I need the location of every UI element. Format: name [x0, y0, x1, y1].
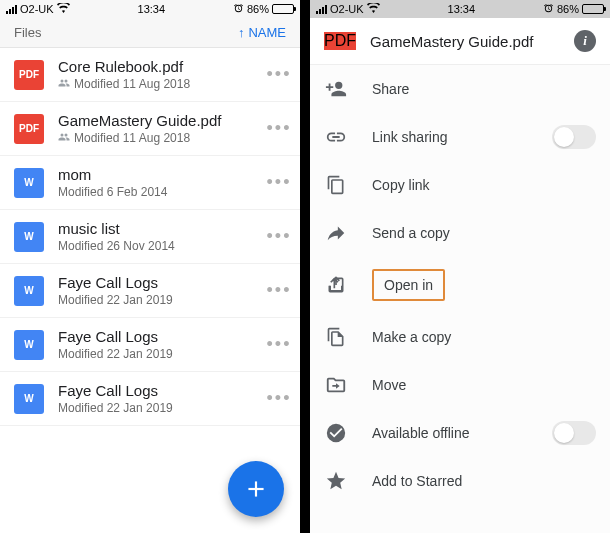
signal-icon [6, 5, 17, 14]
make-copy-label: Make a copy [372, 329, 596, 345]
move-label: Move [372, 377, 596, 393]
file-subtitle: Modified 22 Jan 2019 [58, 401, 262, 415]
link-sharing-item[interactable]: Link sharing [310, 113, 610, 161]
more-button[interactable]: ••• [262, 118, 296, 139]
file-title: music list [58, 220, 262, 237]
clock-label: 13:34 [380, 3, 543, 15]
arrow-up-icon: ↑ [238, 25, 245, 40]
file-row[interactable]: Wmusic listModified 26 Nov 2014••• [0, 210, 300, 264]
more-button[interactable]: ••• [262, 388, 296, 409]
doc-icon: W [14, 330, 44, 360]
battery-icon [582, 4, 604, 14]
more-button[interactable]: ••• [262, 172, 296, 193]
pdf-icon: PDF [324, 32, 356, 50]
battery-percent: 86% [247, 3, 269, 15]
send-icon [324, 221, 348, 245]
file-actions-screen: O2-UK 13:34 86% PDF GameMastery Guide.pd… [310, 0, 610, 533]
send-copy-label: Send a copy [372, 225, 596, 241]
open-in-label: Open in [372, 269, 445, 301]
open-in-icon [324, 273, 348, 297]
info-button[interactable]: i [574, 30, 596, 52]
offline-label: Available offline [372, 425, 528, 441]
file-row[interactable]: WmomModified 6 Feb 2014••• [0, 156, 300, 210]
file-subtitle: Modified 6 Feb 2014 [58, 185, 262, 199]
move-item[interactable]: Move [310, 361, 610, 409]
offline-toggle[interactable] [552, 421, 596, 445]
star-icon [324, 469, 348, 493]
wifi-icon [57, 3, 70, 15]
file-title: Faye Call Logs [58, 328, 262, 345]
file-subtitle: Modified 22 Jan 2019 [58, 347, 262, 361]
sort-label: NAME [248, 25, 286, 40]
sort-button[interactable]: ↑ NAME [238, 25, 286, 40]
file-title: Faye Call Logs [58, 382, 262, 399]
status-bar: O2-UK 13:34 86% [0, 0, 300, 18]
carrier-label: O2-UK [20, 3, 54, 15]
pdf-icon: PDF [14, 60, 44, 90]
copy-icon [324, 173, 348, 197]
doc-icon: W [14, 276, 44, 306]
offline-item[interactable]: Available offline [310, 409, 610, 457]
link-sharing-label: Link sharing [372, 129, 528, 145]
status-bar: O2-UK 13:34 86% [310, 0, 610, 18]
sheet-header: PDF GameMastery Guide.pdf i [310, 18, 610, 65]
file-title: GameMastery Guide.pdf [58, 112, 262, 129]
action-menu: Share Link sharing Copy link Send a copy… [310, 65, 610, 505]
file-subtitle: Modified 11 Aug 2018 [58, 131, 262, 145]
file-list[interactable]: PDFCore Rulebook.pdfModified 11 Aug 2018… [0, 48, 300, 426]
share-item[interactable]: Share [310, 65, 610, 113]
battery-percent: 86% [557, 3, 579, 15]
shared-icon [58, 132, 70, 144]
link-icon [324, 125, 348, 149]
send-copy-item[interactable]: Send a copy [310, 209, 610, 257]
file-row[interactable]: PDFCore Rulebook.pdfModified 11 Aug 2018… [0, 48, 300, 102]
alarm-icon [543, 3, 554, 16]
make-copy-item[interactable]: Make a copy [310, 313, 610, 361]
offline-icon [324, 421, 348, 445]
share-label: Share [372, 81, 596, 97]
file-list-screen: O2-UK 13:34 86% Files ↑ NAME PDFCore Rul… [0, 0, 300, 533]
more-button[interactable]: ••• [262, 64, 296, 85]
file-title: GameMastery Guide.pdf [370, 33, 560, 50]
file-title: mom [58, 166, 262, 183]
add-button[interactable] [228, 461, 284, 517]
files-label: Files [14, 25, 41, 40]
more-button[interactable]: ••• [262, 226, 296, 247]
list-header: Files ↑ NAME [0, 18, 300, 48]
link-sharing-toggle[interactable] [552, 125, 596, 149]
file-copy-icon [324, 325, 348, 349]
wifi-icon [367, 3, 380, 15]
plus-icon [243, 476, 269, 502]
more-button[interactable]: ••• [262, 334, 296, 355]
folder-move-icon [324, 373, 348, 397]
clock-label: 13:34 [70, 3, 233, 15]
copy-link-label: Copy link [372, 177, 596, 193]
signal-icon [316, 5, 327, 14]
alarm-icon [233, 3, 244, 16]
file-subtitle: Modified 22 Jan 2019 [58, 293, 262, 307]
file-subtitle: Modified 26 Nov 2014 [58, 239, 262, 253]
doc-icon: W [14, 168, 44, 198]
doc-icon: W [14, 384, 44, 414]
file-row[interactable]: WFaye Call LogsModified 22 Jan 2019••• [0, 372, 300, 426]
battery-icon [272, 4, 294, 14]
star-item[interactable]: Add to Starred [310, 457, 610, 505]
star-label: Add to Starred [372, 473, 596, 489]
person-add-icon [324, 77, 348, 101]
file-row[interactable]: WFaye Call LogsModified 22 Jan 2019••• [0, 318, 300, 372]
file-title: Core Rulebook.pdf [58, 58, 262, 75]
file-subtitle: Modified 11 Aug 2018 [58, 77, 262, 91]
open-in-item[interactable]: Open in [310, 257, 610, 313]
doc-icon: W [14, 222, 44, 252]
pdf-icon: PDF [14, 114, 44, 144]
file-row[interactable]: WFaye Call LogsModified 22 Jan 2019••• [0, 264, 300, 318]
shared-icon [58, 78, 70, 90]
copy-link-item[interactable]: Copy link [310, 161, 610, 209]
carrier-label: O2-UK [330, 3, 364, 15]
more-button[interactable]: ••• [262, 280, 296, 301]
file-title: Faye Call Logs [58, 274, 262, 291]
file-row[interactable]: PDFGameMastery Guide.pdfModified 11 Aug … [0, 102, 300, 156]
